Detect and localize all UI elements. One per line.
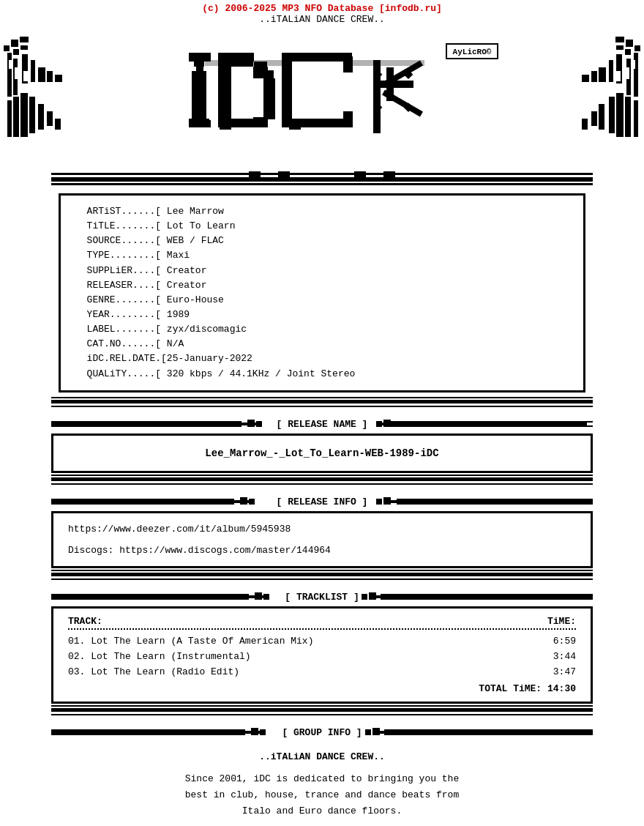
svg-rect-145 <box>260 729 266 735</box>
svg-rect-2 <box>11 40 18 47</box>
tracklist-divider <box>68 628 576 630</box>
svg-text:[ RELEASE NAME ]: [ RELEASE NAME ] <box>277 419 368 430</box>
svg-rect-101 <box>51 425 242 427</box>
type-label: TYPE........[ <box>87 250 161 261</box>
release-name-section-header: [ RELEASE NAME ] <box>51 416 593 431</box>
svg-rect-150 <box>372 728 380 735</box>
svg-rect-143 <box>51 734 245 735</box>
logo-svg: AyLicRO© <box>0 31 644 166</box>
svg-rect-14 <box>13 97 19 137</box>
title-value: Lot To Learn <box>167 220 236 231</box>
info-reldate-line: iDC.REL.DATE.[25-January-2022 <box>75 351 569 366</box>
reldate-value: 25-January-2022 <box>167 353 252 364</box>
svg-rect-22 <box>23 71 28 81</box>
genre-value: Euro-House <box>167 294 224 305</box>
total-time-value: 14:30 <box>547 683 576 694</box>
svg-rect-72 <box>263 70 274 119</box>
deco-separator-2 <box>51 397 593 412</box>
svg-rect-71 <box>254 62 267 70</box>
table-row: 03. Lot The Learn (Radio Edit) 3:47 <box>68 665 576 680</box>
svg-rect-115 <box>51 503 234 505</box>
year-value: 1989 <box>167 309 190 320</box>
svg-rect-124 <box>51 573 593 576</box>
svg-rect-117 <box>249 499 255 505</box>
label-label: LABEL.......[ <box>87 324 161 335</box>
svg-rect-68 <box>189 120 211 127</box>
svg-rect-76 <box>292 53 343 62</box>
svg-rect-6 <box>20 45 28 50</box>
svg-rect-99 <box>51 423 256 425</box>
svg-rect-25 <box>615 37 624 42</box>
table-row: 01. Lot The Learn (A Taste Of American M… <box>68 634 576 650</box>
svg-rect-21 <box>15 67 19 79</box>
group-desc-text: Since 2001, iDC is dedicated to bringing… <box>66 771 578 819</box>
svg-rect-111 <box>51 475 593 476</box>
svg-rect-138 <box>51 708 593 712</box>
info-year-line: YEAR........[ 1989 <box>75 308 569 322</box>
svg-rect-151 <box>365 729 371 735</box>
release-name-box: Lee_Marrow_-_Lot_To_Learn-WEB-1989-iDC <box>51 434 593 473</box>
group-info-content: ..iTALiAN DANCE CREW.. Since 2001, iDC i… <box>51 742 593 826</box>
info-box: ARTiST......[ Lee Marrow TiTLE.......[ L… <box>59 193 585 392</box>
info-quality-line: QUALiTY.....[ 320 kbps / 44.1KHz / Joint… <box>75 367 569 382</box>
svg-rect-109 <box>376 421 382 427</box>
svg-rect-41 <box>582 119 588 130</box>
svg-rect-110 <box>51 477 593 481</box>
deco-separator-5 <box>51 705 593 720</box>
svg-rect-108 <box>383 420 391 427</box>
svg-rect-91 <box>51 183 593 185</box>
svg-text:[ GROUP INFO ]: [ GROUP INFO ] <box>282 727 362 738</box>
deco-separator-1 <box>51 171 593 189</box>
reldate-label: iDC.REL.DATE.[ <box>87 353 167 364</box>
release-name-value: Lee_Marrow_-_Lot_To_Learn-WEB-1989-iDC <box>68 443 576 464</box>
svg-rect-147 <box>378 731 593 734</box>
svg-rect-141 <box>51 731 260 734</box>
svg-rect-100 <box>51 421 242 423</box>
group-info-section-header: [ GROUP INFO ] <box>51 724 593 739</box>
svg-rect-120 <box>397 499 593 500</box>
svg-text:[ RELEASE INFO ]: [ RELEASE INFO ] <box>277 496 368 507</box>
svg-rect-127 <box>51 595 263 598</box>
svg-rect-39 <box>599 104 604 130</box>
svg-rect-74 <box>228 119 254 127</box>
releaser-label: RELEASER....[ <box>87 280 161 291</box>
track-time-3: 3:47 <box>553 665 576 680</box>
svg-rect-38 <box>609 97 615 133</box>
info-source-line: SOURCE......[ WEB / FLAC <box>75 234 569 248</box>
header-area: (c) 2006-2025 MP3 NFO Database [infodb.r… <box>0 0 644 25</box>
svg-rect-67 <box>196 62 203 120</box>
svg-rect-133 <box>375 595 593 598</box>
info-genre-line: GENRE.......[ Euro-House <box>75 293 569 308</box>
svg-rect-97 <box>51 397 593 398</box>
release-info-box: https://www.deezer.com/it/album/5945938 … <box>51 511 593 569</box>
track-time-1: 6:59 <box>553 634 576 650</box>
track-title-3: 03. Lot The Learn (Radio Edit) <box>68 665 239 680</box>
track-col-header: TRACK: <box>68 616 102 627</box>
svg-rect-37 <box>616 93 624 137</box>
svg-rect-131 <box>263 594 269 600</box>
svg-rect-106 <box>389 421 593 423</box>
info-supplier-line: SUPPLiER....[ Creator <box>75 264 569 278</box>
catno-value: N/A <box>167 338 184 349</box>
catno-label: CAT.NO......[ <box>87 338 161 349</box>
svg-rect-126 <box>51 578 593 580</box>
track-title-2: 02. Lot The Learn (Instrumental) <box>68 650 251 665</box>
page-wrapper: (c) 2006-2025 MP3 NFO Database [infodb.r… <box>0 0 644 826</box>
svg-rect-13 <box>7 100 12 137</box>
info-type-line: TYPE........[ Maxi <box>75 248 569 263</box>
logo-area: AyLicRO© <box>0 25 644 171</box>
svg-rect-9 <box>31 60 35 82</box>
supplier-label: SUPPLiER....[ <box>87 265 161 276</box>
svg-text:[ TRACKLIST ]: [ TRACKLIST ] <box>285 592 359 603</box>
release-info-section-header: [ RELEASE INFO ] <box>51 494 593 508</box>
svg-rect-129 <box>51 598 249 600</box>
svg-rect-5 <box>13 49 19 55</box>
label-value: zyx/discomagic <box>167 324 247 335</box>
svg-rect-43 <box>625 67 629 79</box>
copyright-text: (c) 2006-2025 MP3 NFO Database [infodb.r… <box>0 3 644 14</box>
svg-rect-130 <box>255 592 262 600</box>
release-info-line1: https://www.deezer.com/it/album/5945938 … <box>68 521 576 559</box>
svg-rect-96 <box>51 400 593 403</box>
year-label: YEAR........[ <box>87 309 161 320</box>
svg-rect-33 <box>591 71 597 82</box>
